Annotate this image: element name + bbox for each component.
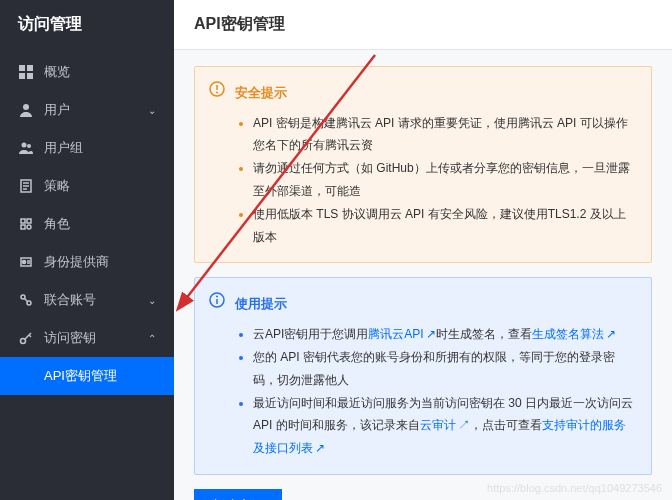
- sidebar-item-overview[interactable]: 概览: [0, 53, 174, 91]
- overview-icon: [18, 64, 34, 80]
- external-icon: ↗: [426, 327, 436, 341]
- sidebar-item-policies[interactable]: 策略: [0, 167, 174, 205]
- sidebar-item-label: 身份提供商: [44, 253, 109, 271]
- svg-point-4: [23, 104, 29, 110]
- sidebar-item-label: 用户组: [44, 139, 83, 157]
- sidebar-item-usergroups[interactable]: 用户组: [0, 129, 174, 167]
- warning-icon: [209, 81, 225, 105]
- sidebar-item-federated[interactable]: 联合账号 ⌄: [0, 281, 174, 319]
- sidebar: 访问管理 概览 用户 ⌄ 用户组 策略 角色 身份提供商 联合账号 ⌄ 访问密钥…: [0, 0, 174, 500]
- banner-item: 使用低版本 TLS 协议调用云 API 有安全风险，建议使用TLS1.2 及以上…: [253, 203, 635, 249]
- key-icon: [18, 330, 34, 346]
- svg-point-14: [27, 225, 31, 229]
- svg-line-21: [24, 298, 28, 302]
- page-title: API密钥管理: [174, 0, 672, 50]
- main: API密钥管理 安全提示 API 密钥是构建腾讯云 API 请求的重要凭证，使用…: [174, 0, 672, 500]
- svg-rect-3: [27, 73, 33, 79]
- sidebar-item-label: 角色: [44, 215, 70, 233]
- create-key-button[interactable]: 新建密钥: [194, 489, 282, 500]
- info-icon: [209, 292, 225, 316]
- external-icon: ↗: [315, 441, 325, 455]
- users-icon: [18, 140, 34, 156]
- sidebar-title: 访问管理: [0, 0, 174, 53]
- role-icon: [18, 216, 34, 232]
- sidebar-item-label: API密钥管理: [44, 367, 117, 385]
- sidebar-item-roles[interactable]: 角色: [0, 205, 174, 243]
- svg-point-16: [23, 261, 26, 264]
- svg-point-5: [22, 143, 27, 148]
- banner-item: 请勿通过任何方式（如 GitHub）上传或者分享您的密钥信息，一旦泄露至外部渠道…: [253, 157, 635, 203]
- banner-item: API 密钥是构建腾讯云 API 请求的重要凭证，使用腾讯云 API 可以操作您…: [253, 112, 635, 158]
- sidebar-item-label: 用户: [44, 101, 70, 119]
- chevron-down-icon: ⌄: [148, 295, 156, 306]
- svg-point-30: [216, 296, 218, 298]
- external-icon: ↗: [606, 327, 616, 341]
- svg-rect-2: [19, 73, 25, 79]
- banner-item: 您的 API 密钥代表您的账号身份和所拥有的权限，等同于您的登录密码，切勿泄露他…: [253, 346, 635, 392]
- svg-rect-12: [27, 219, 31, 223]
- sidebar-item-label: 联合账号: [44, 291, 96, 309]
- svg-rect-11: [21, 219, 25, 223]
- sidebar-item-users[interactable]: 用户 ⌄: [0, 91, 174, 129]
- banner-title: 使用提示: [235, 292, 635, 317]
- sidebar-item-label: 策略: [44, 177, 70, 195]
- user-icon: [18, 102, 34, 118]
- sidebar-item-access-keys[interactable]: 访问密钥 ⌃: [0, 319, 174, 357]
- link-api[interactable]: 腾讯云API↗: [368, 327, 435, 341]
- svg-rect-0: [19, 65, 25, 71]
- policy-icon: [18, 178, 34, 194]
- banner-title: 安全提示: [235, 81, 635, 106]
- sidebar-item-idp[interactable]: 身份提供商: [0, 243, 174, 281]
- svg-line-24: [29, 335, 31, 337]
- sidebar-item-api-key-mgmt[interactable]: API密钥管理: [0, 357, 174, 395]
- usage-banner: 使用提示 云API密钥用于您调用腾讯云API↗时生成签名，查看生成签名算法↗ 您…: [194, 277, 652, 474]
- chevron-up-icon: ⌃: [148, 333, 156, 344]
- banner-item: 最近访问时间和最近访问服务为当前访问密钥在 30 日内最近一次访问云 API 的…: [253, 392, 635, 460]
- chevron-down-icon: ⌄: [148, 105, 156, 116]
- banner-item: 云API密钥用于您调用腾讯云API↗时生成签名，查看生成签名算法↗: [253, 323, 635, 346]
- svg-point-27: [216, 92, 218, 94]
- link-sig[interactable]: 生成签名算法↗: [532, 327, 616, 341]
- content: 安全提示 API 密钥是构建腾讯云 API 请求的重要凭证，使用腾讯云 API …: [174, 50, 672, 500]
- federated-icon: [18, 292, 34, 308]
- external-icon: ↗: [458, 418, 470, 432]
- svg-rect-1: [27, 65, 33, 71]
- idp-icon: [18, 254, 34, 270]
- security-banner: 安全提示 API 密钥是构建腾讯云 API 请求的重要凭证，使用腾讯云 API …: [194, 66, 652, 263]
- svg-point-6: [27, 144, 31, 148]
- svg-point-22: [21, 339, 26, 344]
- link-audit[interactable]: 云审计↗: [420, 418, 470, 432]
- sidebar-item-label: 访问密钥: [44, 329, 96, 347]
- sidebar-item-label: 概览: [44, 63, 70, 81]
- svg-rect-13: [21, 225, 25, 229]
